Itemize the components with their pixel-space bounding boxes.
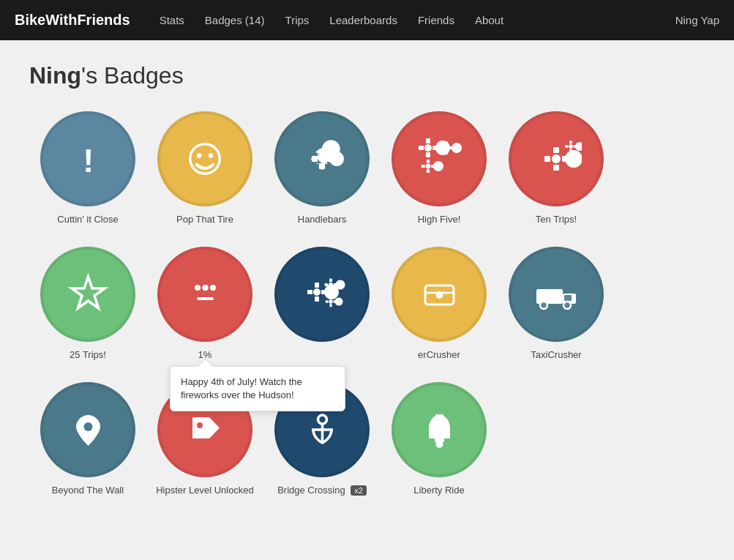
badge-circle-cuttin-it-close[interactable]: ! (40, 111, 135, 206)
badge-circle-25-trips[interactable] (40, 247, 135, 342)
badge-liberty-ride: Liberty Ride (381, 382, 498, 496)
badge-label-pop-that-tire: Pop That Tire (176, 214, 233, 225)
svg-rect-54 (536, 289, 563, 304)
badge-taxi-crusher: TaxiCrusher (498, 247, 615, 360)
badge-pop-that-tire: Pop That Tire (146, 111, 263, 225)
svg-rect-47 (329, 296, 332, 299)
svg-rect-45 (325, 283, 329, 286)
nav-leaderboards[interactable]: Leaderboards (329, 14, 397, 26)
svg-rect-19 (440, 146, 443, 149)
svg-rect-21 (427, 160, 430, 163)
svg-rect-16 (432, 146, 438, 150)
badge-label-25-trips: 25 Trips! (70, 349, 106, 360)
svg-point-36 (195, 285, 201, 291)
svg-rect-41 (307, 290, 312, 294)
main-nav: BikeWithFriends Stats Badges (14) Trips … (0, 0, 734, 40)
svg-rect-18 (445, 151, 448, 154)
svg-rect-20 (449, 146, 453, 149)
badge-label-taxi-crusher: TaxiCrusher (531, 349, 581, 360)
badge-circle-dollar-crusher[interactable] (392, 247, 487, 342)
svg-text:!: ! (83, 142, 94, 179)
svg-marker-33 (72, 277, 105, 308)
svg-rect-29 (569, 141, 572, 143)
brand-logo[interactable]: BikeWithFriends (15, 12, 130, 29)
badge-label-handlebars: Handlebars (298, 214, 347, 225)
badge-circle-handlebars[interactable] (274, 111, 370, 206)
nav-trips[interactable]: Trips (285, 14, 310, 26)
svg-rect-49 (326, 300, 329, 302)
svg-point-58 (563, 302, 571, 309)
nav-about[interactable]: About (475, 14, 503, 26)
badge-ten-trips: Ten Trips! (498, 111, 615, 225)
svg-rect-31 (565, 145, 568, 148)
badge-grid: ! Cuttin' it Close Pop That Tire (29, 111, 705, 518)
badge-cuttin-it-close: ! Cuttin' it Close (29, 111, 146, 225)
badge-label-cuttin-it-close: Cuttin' it Close (57, 214, 118, 225)
badge-circle-taxi-crusher[interactable] (509, 247, 604, 342)
svg-rect-56 (564, 295, 572, 301)
nav-friends[interactable]: Friends (418, 14, 454, 26)
badge-label-bridge-crossing: Bridge Crossing x2 (277, 485, 367, 496)
svg-rect-40 (315, 296, 319, 302)
svg-point-59 (83, 422, 92, 431)
nav-links: Stats Badges (14) Trips Leaderboards Fri… (160, 14, 675, 26)
badge-circle-liberty-ride[interactable] (392, 382, 487, 477)
badge-circle-pop-that-tire[interactable] (157, 111, 252, 206)
svg-rect-22 (427, 169, 430, 173)
badge-fireworks (263, 247, 381, 360)
badge-circle-high-five[interactable] (392, 111, 487, 206)
svg-rect-27 (544, 156, 550, 162)
svg-rect-50 (333, 300, 336, 302)
nav-user[interactable]: Ning Yap (675, 14, 719, 26)
svg-rect-23 (422, 165, 425, 168)
svg-rect-13 (426, 138, 430, 143)
badge-label-hipster: Hipster Level Unlocked (156, 485, 254, 496)
badge-25-trips: 25 Trips! (29, 247, 146, 360)
svg-rect-46 (334, 283, 337, 286)
svg-rect-30 (569, 149, 572, 152)
nav-badges[interactable]: Badges (14) (205, 14, 265, 26)
badge-circle-ten-trips[interactable] (509, 111, 604, 206)
badge-label-dollar-crusher: erCrusher (418, 349, 460, 360)
svg-rect-24 (431, 165, 435, 168)
svg-rect-39 (315, 283, 319, 288)
badge-tooltip: Happy 4th of July! Watch the fireworks o… (170, 366, 345, 411)
badge-circle-fireworks[interactable] (274, 247, 370, 342)
svg-rect-48 (329, 304, 332, 307)
svg-point-3 (209, 153, 214, 158)
svg-rect-28 (562, 156, 568, 162)
badge-dollar-crusher: erCrusher (381, 247, 498, 360)
nav-stats[interactable]: Stats (160, 14, 184, 26)
svg-point-2 (197, 153, 202, 158)
svg-rect-44 (329, 288, 332, 291)
badge-label-liberty-ride: Liberty Ride (413, 485, 464, 496)
svg-rect-42 (321, 290, 326, 294)
page-content: Ning's Badges ! Cuttin' it Close Pop Tha… (0, 40, 734, 540)
badge-beyond-the-wall: Beyond The Wall (29, 382, 146, 496)
badge-circle-beyond-the-wall[interactable] (40, 382, 135, 477)
svg-point-65 (435, 441, 443, 448)
badge-label-beyond-the-wall: Beyond The Wall (52, 485, 124, 496)
svg-point-37 (210, 285, 216, 291)
bridge-crossing-x2: x2 (351, 485, 367, 496)
svg-point-57 (540, 302, 547, 309)
badge-label-ten-trips: Ten Trips! (536, 214, 577, 225)
svg-rect-43 (329, 279, 332, 283)
svg-point-60 (197, 422, 203, 428)
badge-handlebars: Handlebars (263, 111, 381, 225)
svg-rect-25 (553, 147, 559, 153)
badge-circle-1pct[interactable] (157, 247, 252, 342)
page-title: Ning's Badges (29, 62, 705, 89)
badge-label-high-five: High Five! (418, 214, 461, 225)
svg-rect-38 (197, 297, 214, 300)
svg-rect-26 (553, 165, 559, 171)
svg-point-35 (202, 285, 208, 291)
svg-point-53 (435, 291, 443, 299)
svg-rect-14 (426, 152, 430, 157)
svg-rect-15 (419, 146, 424, 150)
svg-rect-17 (445, 141, 448, 145)
svg-point-61 (318, 415, 326, 424)
badge-high-five: High Five! (381, 111, 498, 225)
badge-1pct: 1% Happy 4th of July! Watch the firework… (146, 247, 263, 360)
svg-rect-32 (574, 145, 577, 148)
